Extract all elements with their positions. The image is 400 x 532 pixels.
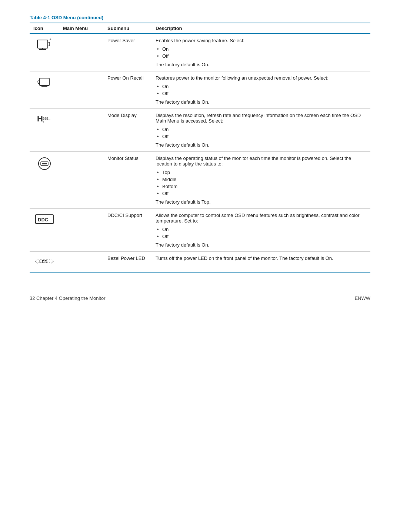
desc-text: Restores power to the monitor following … — [156, 75, 367, 81]
mainmenu-cell — [59, 252, 104, 273]
mainmenu-cell — [59, 152, 104, 209]
mode-display-icon: H 598 z — [30, 109, 59, 152]
desc-note: The factory default is On. — [156, 99, 367, 105]
list-item: Bottom — [156, 183, 367, 190]
svg-rect-14 — [42, 163, 47, 164]
svg-line-18 — [36, 259, 38, 261]
table-row: Monitor StatusDisplays the operating sta… — [30, 152, 370, 209]
mainmenu-cell — [59, 109, 104, 152]
table-row: LED Bezel Power LEDTurns off the power L… — [30, 252, 370, 273]
table-row: + Power SaverEnables the power saving fe… — [30, 34, 370, 71]
svg-text:LED: LED — [39, 260, 47, 264]
desc-text: Allows the computer to control some OSD … — [156, 213, 367, 224]
svg-line-19 — [36, 261, 38, 264]
bullet-list: OnOff — [156, 46, 367, 60]
submenu-cell: Bezel Power LED — [104, 252, 152, 273]
desc-note: The factory default is Top. — [156, 199, 367, 205]
bullet-list: OnOff — [156, 126, 367, 140]
description-cell: Displays the resolution, refresh rate an… — [152, 109, 370, 152]
description-cell: Allows the computer to control some OSD … — [152, 209, 370, 252]
table-row: Power On RecallRestores power to the mon… — [30, 71, 370, 109]
list-item: On — [156, 83, 367, 90]
desc-text: Displays the resolution, refresh rate an… — [156, 113, 367, 124]
power-saver-icon: + — [30, 34, 59, 71]
mainmenu-cell — [59, 71, 104, 109]
description-cell: Displays the operating status of the mon… — [152, 152, 370, 209]
svg-line-20 — [51, 259, 53, 261]
osd-menu-table: Icon Main Menu Submenu Description + Pow… — [30, 23, 370, 273]
list-item: Top — [156, 169, 367, 176]
svg-rect-5 — [40, 78, 49, 86]
svg-text:+: + — [49, 39, 51, 41]
bezel-power-led-icon: LED — [30, 252, 59, 273]
table-title: Table 4-1 OSD Menu (continued) — [30, 15, 370, 20]
list-item: Off — [156, 233, 367, 240]
list-item: On — [156, 126, 367, 133]
svg-text:H: H — [37, 114, 43, 123]
bullet-list: TopMiddleBottomOff — [156, 169, 367, 197]
svg-text:z: z — [43, 120, 44, 124]
footer-left: 32 Chapter 4 Operating the Monitor — [30, 295, 106, 301]
col-header-description: Description — [152, 23, 370, 34]
svg-rect-0 — [37, 40, 48, 48]
submenu-cell: DDC/CI Support — [104, 209, 152, 252]
table-header-row: Icon Main Menu Submenu Description — [30, 23, 370, 34]
power-on-recall-icon — [30, 71, 59, 109]
col-header-mainmenu: Main Menu — [59, 23, 104, 34]
svg-rect-16 — [35, 216, 36, 222]
svg-text:DDC: DDC — [38, 217, 49, 222]
submenu-cell: Power On Recall — [104, 71, 152, 109]
list-item: Off — [156, 133, 367, 140]
table-row: H 598 z Mode DisplayDisplays the resolut… — [30, 109, 370, 152]
submenu-cell: Mode Display — [104, 109, 152, 152]
submenu-cell: Monitor Status — [104, 152, 152, 209]
col-header-submenu: Submenu — [104, 23, 152, 34]
bullet-list: OnOff — [156, 83, 367, 97]
table-row: DDC DDC/CI SupportAllows the computer to… — [30, 209, 370, 252]
svg-rect-1 — [48, 42, 50, 46]
submenu-cell: Power Saver — [104, 34, 152, 71]
list-item: Middle — [156, 176, 367, 183]
desc-text: Displays the operating status of the mon… — [156, 155, 367, 167]
desc-note: The factory default is On. — [156, 242, 367, 248]
description-cell: Restores power to the monitor following … — [152, 71, 370, 109]
list-item: On — [156, 226, 367, 233]
list-item: On — [156, 46, 367, 53]
ddc-ci-support-icon: DDC — [30, 209, 59, 252]
mainmenu-cell — [59, 34, 104, 71]
description-cell: Enables the power saving feature. Select… — [152, 34, 370, 71]
mainmenu-cell — [59, 209, 104, 252]
description-cell: Turns off the power LED on the front pan… — [152, 252, 370, 273]
bullet-list: OnOff — [156, 226, 367, 240]
desc-note: The factory default is On. — [156, 62, 367, 67]
list-item: Off — [156, 190, 367, 197]
footer-right: ENWW — [354, 295, 370, 301]
desc-note: The factory default is On. — [156, 142, 367, 148]
col-header-icon: Icon — [30, 23, 59, 34]
desc-text: Enables the power saving feature. Select… — [156, 38, 367, 43]
monitor-status-icon — [30, 152, 59, 209]
footer: 32 Chapter 4 Operating the Monitor ENWW — [30, 295, 370, 301]
list-item: Off — [156, 90, 367, 97]
list-item: Off — [156, 53, 367, 60]
desc-text: Turns off the power LED on the front pan… — [156, 255, 367, 261]
svg-line-21 — [51, 261, 53, 264]
